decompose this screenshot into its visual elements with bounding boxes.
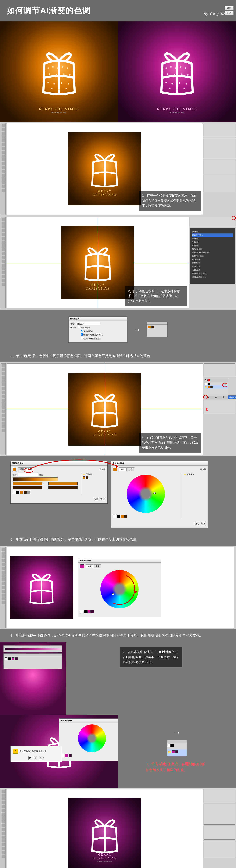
ok-button[interactable]: 确定 bbox=[194, 522, 199, 526]
menu-item[interactable]: 按名称排序 bbox=[192, 258, 233, 261]
panel[interactable] bbox=[204, 826, 235, 840]
menu-item[interactable]: 选择所有未使用的色板 bbox=[192, 251, 233, 254]
cancel-button[interactable]: 取消 bbox=[201, 522, 206, 526]
color-panel-inline[interactable] bbox=[3, 646, 63, 652]
cancel-button[interactable]: 取消 bbox=[100, 498, 105, 501]
color-handle-1[interactable] bbox=[154, 492, 156, 494]
menu-item[interactable]: 合并色板 bbox=[192, 241, 233, 244]
header: 如何调节AI渐变的色调 By YangTuZhi bbox=[0, 0, 236, 21]
svg-point-10 bbox=[54, 83, 55, 84]
step-6: 重新着色图稿 编辑指定 bbox=[0, 546, 236, 629]
panel-layers[interactable] bbox=[204, 175, 235, 192]
svg-point-21 bbox=[167, 73, 168, 75]
swatch-panel-result[interactable] bbox=[147, 322, 168, 337]
menu-item[interactable]: 按类型排序 bbox=[192, 261, 233, 265]
swatch-panel[interactable]: 色板 📁 ◉▦🗑 编辑或应用颜色组 bbox=[204, 378, 228, 399]
ai-toolbar[interactable] bbox=[1, 363, 5, 455]
swatch-flyout-menu[interactable]: 新建色板… 新建颜色组… 复制色板 合并色板 删除色板 取消色板编组 选择所有未… bbox=[190, 228, 235, 284]
svg-point-26 bbox=[171, 83, 173, 84]
gift-purple bbox=[153, 44, 201, 99]
svg-point-13 bbox=[51, 88, 53, 89]
name-input[interactable] bbox=[76, 322, 100, 325]
ai-canvas-9[interactable]: MERRY CHRISTMASand Happy New Year! bbox=[7, 789, 203, 868]
step-5: 重新着色图稿 编辑 指定 颜色组 预设: 颜色: → → 📁颜色组 1 bbox=[0, 456, 236, 533]
gift-orange bbox=[35, 44, 83, 99]
step-7: 7、在色点选中的情况下，可以对颜色进行精细的调整。调整某一个颜色时，两个色调的相… bbox=[0, 642, 236, 715]
step7-note: 7、在色点选中的情况下，可以对颜色进行精细的调整。调整某一个颜色时，两个色调的相… bbox=[120, 647, 182, 667]
hero-purple: MERRY CHRISTMAS and Happy New Year! bbox=[118, 21, 236, 122]
step8-caption: 8、单击"确定"保存后，会看到色板中的颜色组发生了相应的变化。 bbox=[146, 762, 206, 772]
hero-orange: MERRY CHRISTMAS and Happy New Year! bbox=[0, 21, 118, 122]
ai-canvas-6[interactable]: 重新着色图稿 编辑指定 bbox=[7, 547, 234, 628]
svg-point-28 bbox=[186, 83, 187, 84]
radio-artwork[interactable]: 选定的图稿 bbox=[81, 330, 93, 333]
yes-button[interactable]: 是 bbox=[29, 756, 31, 760]
ai-toolbar[interactable] bbox=[1, 547, 5, 628]
ok-button[interactable]: 确定 bbox=[94, 498, 99, 501]
tab-assign[interactable]: 指定 bbox=[127, 467, 134, 471]
tooltip: 编辑或应用颜色组 bbox=[228, 396, 236, 399]
menu-item[interactable]: 复制色板 bbox=[192, 237, 233, 241]
color-wheel-8[interactable] bbox=[78, 724, 106, 752]
dialog-title: 重新着色图稿 bbox=[111, 461, 208, 466]
color-wheel[interactable] bbox=[127, 475, 165, 513]
panel-swatches[interactable] bbox=[204, 138, 235, 159]
folder-icon[interactable]: 📁 bbox=[205, 386, 207, 388]
groups-label: 颜色组 bbox=[100, 468, 105, 471]
cancel-button[interactable]: 取消 bbox=[39, 756, 44, 760]
svg-point-22 bbox=[174, 74, 175, 75]
panel-misc[interactable] bbox=[204, 400, 235, 414]
no-button[interactable]: 否 bbox=[34, 756, 37, 760]
menu-item[interactable]: 取消色板编组 bbox=[192, 247, 233, 251]
chk-tint[interactable]: 包括用于色调的色板 bbox=[81, 337, 101, 340]
step2-note: 2、打开AI的色板窗口，选中素材的背景，单击色板右上角的扩展功能，选择"新建颜色… bbox=[125, 286, 188, 306]
svg-point-14 bbox=[58, 89, 60, 90]
menu-item[interactable]: 添加使用的颜色 bbox=[192, 254, 233, 258]
label-b: b bbox=[206, 407, 208, 411]
preset-select[interactable] bbox=[18, 473, 38, 476]
cancel-button[interactable]: 取消 bbox=[225, 11, 234, 15]
svg-point-2 bbox=[57, 67, 59, 69]
ai-window-1: MERRY CHRISTMAS 1、打开一个带有渐变背景的素材。现在我们希望在不… bbox=[0, 122, 236, 216]
step4-note: 4、在保持背景图形选中的状态下，单击颜色组前方的文件夹图标选中该组，然后单击下方… bbox=[139, 433, 201, 453]
wheel-icon[interactable]: ◉ bbox=[207, 396, 209, 398]
panel[interactable] bbox=[204, 804, 235, 825]
svg-point-19 bbox=[180, 66, 181, 67]
color-wheel-6[interactable] bbox=[100, 570, 139, 608]
recolor-dialog-edit: 重新着色图稿 编辑 指定 颜色组 📁颜色组 1 确定 bbox=[111, 461, 208, 528]
swatch-inline[interactable] bbox=[3, 653, 63, 669]
recolor-dialog-8: 重新着色图稿 bbox=[59, 718, 125, 761]
svg-point-4 bbox=[67, 67, 68, 69]
save-confirm-dialog: !是否在色板面板中存储更改？ 是 否 取消 bbox=[10, 746, 63, 763]
menu-item[interactable]: 打开色板库 bbox=[192, 268, 233, 272]
menu-item[interactable]: 删除色板 bbox=[192, 244, 233, 247]
panel-color[interactable] bbox=[204, 363, 235, 377]
panel-swatches-open[interactable] bbox=[190, 217, 235, 227]
color-handle-2[interactable] bbox=[116, 589, 119, 592]
svg-point-15 bbox=[66, 88, 67, 89]
menu-item[interactable]: 存储色板库为 AI… bbox=[192, 275, 233, 279]
radio-swatches[interactable]: 选定的色板 bbox=[78, 326, 90, 329]
panel-stroke[interactable] bbox=[204, 160, 235, 174]
panel[interactable] bbox=[204, 841, 235, 858]
ai-toolbar[interactable] bbox=[1, 217, 5, 309]
color-handle-2[interactable] bbox=[148, 496, 150, 498]
ok-button[interactable]: 确定 bbox=[225, 6, 234, 10]
swatch-header: 色板 bbox=[204, 378, 228, 382]
menu-item-new-group[interactable]: 新建颜色组… bbox=[192, 234, 233, 237]
menu-item[interactable]: 新建色板… bbox=[192, 230, 233, 234]
svg-point-5 bbox=[48, 73, 50, 75]
tab-edit[interactable]: 编辑 bbox=[119, 467, 127, 471]
panel[interactable] bbox=[204, 789, 235, 803]
swatch-result[interactable]: 📁 bbox=[167, 740, 188, 756]
menu-item[interactable]: 存储色板库为 ASE… bbox=[192, 272, 233, 275]
svg-point-1 bbox=[52, 66, 54, 67]
menu-item[interactable]: 显示查找栏 bbox=[192, 265, 233, 268]
svg-point-8 bbox=[69, 74, 70, 75]
name-label: 名称: bbox=[70, 322, 75, 325]
chk-global[interactable]: 将印刷色转换为全局色 bbox=[81, 333, 103, 336]
panel-color[interactable] bbox=[204, 123, 235, 137]
ai-window-4: MERRY CHRISTMAS 色板 📁 ◉▦🗑 编辑或应用颜色组 a b 4、… bbox=[0, 362, 236, 456]
ai-toolbar[interactable] bbox=[1, 789, 5, 868]
ai-toolbar[interactable] bbox=[1, 123, 5, 215]
